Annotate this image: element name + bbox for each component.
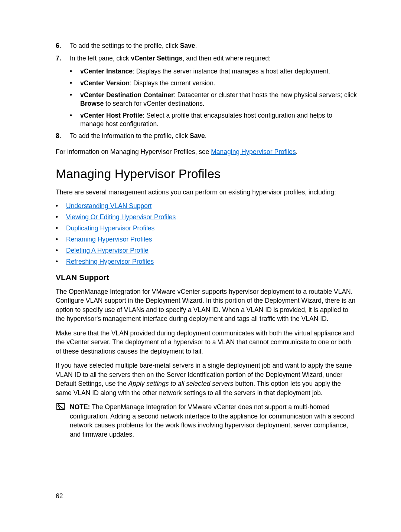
bullet-icon: • bbox=[56, 213, 66, 221]
text: : Datacenter or cluster that hosts the n… bbox=[174, 91, 357, 99]
sub-text: vCenter Host Profile: Select a profile t… bbox=[80, 111, 357, 129]
sub-item: • vCenter Destination Container: Datacen… bbox=[70, 91, 357, 108]
bullet-icon: • bbox=[56, 258, 66, 266]
link-duplicating-hypervisor-profiles[interactable]: Duplicating Hypervisor Profiles bbox=[66, 224, 154, 232]
list-item: •Duplicating Hypervisor Profiles bbox=[56, 224, 357, 232]
label: vCenter Destination Container bbox=[80, 91, 174, 99]
step-6: 6. To add the settings to the profile, c… bbox=[56, 42, 357, 50]
text: : Displays the server instance that mana… bbox=[133, 68, 330, 75]
text: , and then edit where required: bbox=[182, 55, 270, 62]
sub-item: • vCenter Host Profile: Select a profile… bbox=[70, 111, 357, 129]
text: In the left pane, click bbox=[70, 55, 131, 62]
sub-item: • vCenter Version: Displays the current … bbox=[70, 79, 357, 88]
text: . bbox=[205, 132, 207, 139]
label: vCenter Instance bbox=[80, 68, 133, 75]
link-understanding-vlan-support[interactable]: Understanding VLAN Support bbox=[66, 202, 152, 210]
bullet-icon: • bbox=[56, 247, 66, 254]
link-deleting-hypervisor-profile[interactable]: Deleting A Hypervisor Profile bbox=[66, 247, 149, 254]
list-item: •Renaming Hypervisor Profiles bbox=[56, 236, 357, 243]
list-item: •Understanding VLAN Support bbox=[56, 202, 357, 210]
text: To add the settings to the profile, clic… bbox=[70, 42, 180, 49]
bullet-icon: • bbox=[56, 224, 66, 232]
bold-text: Save bbox=[180, 42, 195, 49]
note-icon bbox=[56, 403, 70, 439]
step-7-sublist: • vCenter Instance: Displays the server … bbox=[70, 67, 357, 129]
bullet-icon: • bbox=[70, 67, 80, 76]
list-item: •Viewing Or Editing Hypervisor Profiles bbox=[56, 213, 357, 221]
sub-text: vCenter Instance: Displays the server in… bbox=[80, 67, 357, 76]
italic-text: Apply settings to all selected servers bbox=[128, 380, 234, 387]
list-item: •Deleting A Hypervisor Profile bbox=[56, 247, 357, 254]
bullet-icon: • bbox=[70, 91, 80, 108]
note-label: NOTE: bbox=[70, 403, 92, 411]
sub-text: vCenter Version: Displays the current ve… bbox=[80, 79, 357, 88]
text: To add the information to the profile, c… bbox=[70, 132, 190, 139]
link-managing-hypervisor-profiles[interactable]: Managing Hypervisor Profiles bbox=[211, 148, 296, 155]
bullet-icon: • bbox=[70, 111, 80, 129]
step-number: 6. bbox=[56, 42, 70, 50]
step-7: 7. In the left pane, click vCenter Setti… bbox=[56, 54, 357, 63]
link-refreshing-hypervisor-profiles[interactable]: Refreshing Hypervisor Profiles bbox=[66, 258, 154, 266]
step-8: 8. To add the information to the profile… bbox=[56, 132, 357, 141]
label: vCenter Version bbox=[80, 79, 130, 87]
step-number: 7. bbox=[56, 54, 70, 63]
note-block: NOTE: The OpenManage Integration for VMw… bbox=[56, 403, 357, 439]
vlan-paragraph-3: If you have selected multiple bare-metal… bbox=[56, 361, 357, 397]
bold-text: vCenter Settings bbox=[131, 55, 182, 62]
page-number: 62 bbox=[56, 492, 63, 500]
text: For information on Managing Hypervisor P… bbox=[56, 148, 211, 155]
text: : Displays the current version. bbox=[130, 79, 215, 87]
bullet-icon: • bbox=[56, 236, 66, 243]
note-text: NOTE: The OpenManage Integration for VMw… bbox=[70, 403, 357, 439]
vlan-paragraph-2: Make sure that the VLAN provided during … bbox=[56, 329, 357, 356]
link-viewing-editing-hypervisor-profiles[interactable]: Viewing Or Editing Hypervisor Profiles bbox=[66, 213, 176, 221]
bullet-icon: • bbox=[56, 202, 66, 210]
link-list: •Understanding VLAN Support •Viewing Or … bbox=[56, 202, 357, 266]
sub-text: vCenter Destination Container: Datacente… bbox=[80, 91, 357, 108]
sub-item: • vCenter Instance: Displays the server … bbox=[70, 67, 357, 76]
list-item: •Refreshing Hypervisor Profiles bbox=[56, 258, 357, 266]
text: . bbox=[296, 148, 298, 155]
page: 6. To add the settings to the profile, c… bbox=[0, 0, 401, 532]
text: . bbox=[195, 42, 197, 49]
step-text: To add the settings to the profile, clic… bbox=[70, 42, 357, 50]
step-text: In the left pane, click vCenter Settings… bbox=[70, 54, 357, 63]
vlan-paragraph-1: The OpenManage Integration for VMware vC… bbox=[56, 287, 357, 324]
note-body: The OpenManage Integration for VMware vC… bbox=[70, 403, 354, 438]
link-renaming-hypervisor-profiles[interactable]: Renaming Hypervisor Profiles bbox=[66, 236, 152, 243]
bold-text: Browse bbox=[80, 100, 104, 107]
step-number: 8. bbox=[56, 132, 70, 141]
heading-vlan-support: VLAN Support bbox=[56, 273, 357, 282]
label: vCenter Host Profile bbox=[80, 112, 143, 119]
step-text: To add the information to the profile, c… bbox=[70, 132, 357, 141]
bullet-icon: • bbox=[70, 79, 80, 88]
intro-paragraph: There are several management actions you… bbox=[56, 188, 357, 197]
heading-managing-hypervisor-profiles: Managing Hypervisor Profiles bbox=[56, 167, 357, 181]
bold-text: Save bbox=[190, 132, 205, 139]
see-also-line: For information on Managing Hypervisor P… bbox=[56, 147, 357, 157]
text: to search for vCenter destinations. bbox=[104, 100, 204, 107]
